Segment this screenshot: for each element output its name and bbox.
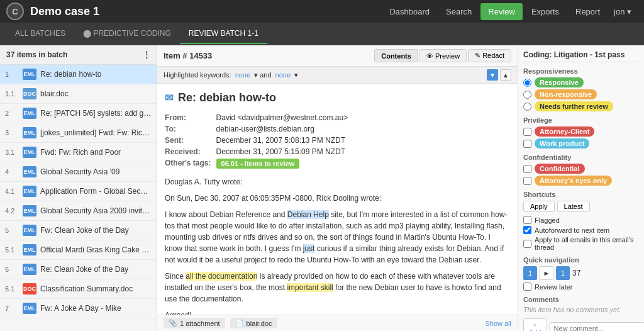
list-item[interactable]: 3 EML [jokes_unlimited] Fwd: Fw: Rich an… xyxy=(0,123,157,143)
add-comment-button[interactable]: + Add xyxy=(523,318,547,331)
confidential-option[interactable]: Confidential xyxy=(523,164,639,174)
item-text: Fw: Clean Joke of the Day xyxy=(40,226,152,235)
sent-value: December 31, 2007 5:08:13 PM NZDT xyxy=(216,135,353,146)
eyes-only-option[interactable]: Attorney's eyes only xyxy=(523,176,639,186)
autoforward-option[interactable]: Autoforward to next item xyxy=(523,226,639,234)
email-body: Douglas A. Tutty wrote: On Sun, Dec 30, … xyxy=(165,176,510,315)
main-layout: 37 items in batch ⋮ 1 EML Re: debian how… xyxy=(0,45,644,331)
list-item[interactable]: 1 EML Re: debian how-to xyxy=(0,65,157,84)
item-number: 3.1 xyxy=(5,149,23,156)
list-item[interactable]: 5 EML Fw: Clean Joke of the Day xyxy=(0,221,157,240)
item-text: Application Form - Global Securit... xyxy=(40,187,152,196)
preview-button[interactable]: 👁 Preview xyxy=(419,49,467,62)
comments-empty: This item has no comments yet. xyxy=(523,306,639,313)
item-number: 5 xyxy=(5,227,23,234)
shortcuts-label: Shortcuts xyxy=(523,191,639,198)
batch-menu-icon[interactable]: ⋮ xyxy=(143,50,150,59)
nav-search[interactable]: Search xyxy=(438,3,479,20)
redact-icon: ✎ xyxy=(475,52,482,59)
responsive-option[interactable]: Responsive xyxy=(523,77,639,87)
nav-current[interactable]: 1 xyxy=(556,266,570,280)
list-item[interactable]: 6 EML Re: Clean Joke of the Day xyxy=(0,260,157,279)
nav-arrow-up[interactable]: ▲ xyxy=(500,69,511,81)
nonresponsive-badge: Non-responsive xyxy=(535,89,597,99)
nonresponsive-option[interactable]: Non-responsive xyxy=(523,89,639,99)
apply-button[interactable]: Apply xyxy=(523,201,555,212)
item-number: 4 xyxy=(5,168,23,176)
contents-button[interactable]: Contents xyxy=(374,49,418,62)
list-item[interactable]: 4.2 EML Global Security Asia 2009 invite… xyxy=(0,201,157,221)
nav-dashboard[interactable]: Dashboard xyxy=(382,3,437,20)
to-value: debian-user@lists.debian.org xyxy=(216,123,353,135)
keywords-label: Highlighted keywords: xyxy=(164,71,231,79)
item-icon: EML xyxy=(23,186,36,197)
tab-review-batch[interactable]: REVIEW BATCH 1-1 xyxy=(180,24,267,44)
attachment-icon: 📎 xyxy=(169,319,177,327)
item-number: 6.1 xyxy=(5,285,23,293)
item-text: Official Mardi Gras King Cake Re... xyxy=(40,245,152,254)
list-item[interactable]: 7 EML Fw: A Joke A Day - Mike xyxy=(0,299,157,318)
attorney-badge: Attorney-Client xyxy=(535,126,594,137)
batch-list: 1 EML Re: debian how-to 1.1 DOC blair.do… xyxy=(0,65,157,331)
item-number: 1 xyxy=(5,70,23,78)
item-icon: EML xyxy=(23,205,36,216)
item-number: 3 xyxy=(5,129,23,137)
nav-arrow-down[interactable]: ▼ xyxy=(487,69,498,81)
keyword-1-link[interactable]: none xyxy=(235,71,250,79)
batch-count: 37 items in batch xyxy=(6,50,67,59)
keyword-2-link[interactable]: none xyxy=(275,71,291,79)
to-label: To: xyxy=(165,123,216,135)
nav-review[interactable]: Review xyxy=(480,3,523,20)
file-icon: 📄 xyxy=(235,319,244,327)
review-later-option[interactable]: Review later xyxy=(523,283,639,291)
item-icon: EML xyxy=(23,69,36,80)
nav-user[interactable]: jon ▾ xyxy=(608,3,638,20)
batch-header: 37 items in batch ⋮ xyxy=(0,45,157,65)
tab-predictive-coding[interactable]: ⬤ PREDICTIVE CODING xyxy=(74,24,180,44)
tab-all-batches[interactable]: ALL BATCHES xyxy=(6,24,74,44)
item-number: 7 xyxy=(5,305,23,312)
nav-arrow[interactable]: ► xyxy=(540,266,553,280)
shortcuts-section: Shortcuts Apply Latest Flagged Autoforwa… xyxy=(523,191,639,251)
sub-nav: ALL BATCHES ⬤ PREDICTIVE CODING REVIEW B… xyxy=(0,23,644,45)
nav-exports[interactable]: Exports xyxy=(524,3,567,20)
attached-file[interactable]: 📄 blair.doc xyxy=(230,318,277,328)
list-item[interactable]: 1.1 DOC blair.doc xyxy=(0,84,157,104)
list-item[interactable]: 6.1 DOC Classification Summary.doc xyxy=(0,279,157,299)
flagged-label: Flagged xyxy=(535,216,560,224)
list-item[interactable]: 4.1 EML Application Form - Global Securi… xyxy=(0,182,157,201)
furtherreview-option[interactable]: Needs further review xyxy=(523,101,639,111)
redact-button[interactable]: ✎ Redact xyxy=(468,49,511,62)
preview-icon: 👁 xyxy=(426,52,435,60)
autoforward-label: Autoforward to next item xyxy=(535,227,609,234)
item-number: 4.1 xyxy=(5,188,23,195)
list-item[interactable]: 3.1 EML Fwd: Fw: Rich and Poor xyxy=(0,143,157,162)
latest-button[interactable]: Latest xyxy=(557,201,590,212)
item-icon: EML xyxy=(23,225,36,236)
comments-section: Comments This item has no comments yet. … xyxy=(523,296,639,331)
item-text: [jokes_unlimited] Fwd: Fw: Rich and ... xyxy=(40,128,152,137)
received-value: December 31, 2007 5:15:09 PM NZDT xyxy=(216,146,353,157)
apply-all-option[interactable]: Apply to all emails in this email's thre… xyxy=(523,236,639,251)
attachment-badge[interactable]: 📎 1 attachment xyxy=(164,318,225,328)
email-icon: ✉ xyxy=(165,92,173,104)
attachment-count: 1 attachment xyxy=(180,320,220,327)
item-icon: DOC xyxy=(23,88,36,99)
nav-first[interactable]: 1 xyxy=(523,266,537,280)
shortcuts-buttons: Apply Latest xyxy=(523,201,639,212)
show-all-button[interactable]: Show all xyxy=(485,320,511,327)
nav-report[interactable]: Report xyxy=(568,3,608,20)
view-buttons: Contents 👁 Preview ✎ Redact xyxy=(374,49,511,62)
flagged-option[interactable]: Flagged xyxy=(523,216,639,224)
work-product-option[interactable]: Work product xyxy=(523,138,639,149)
quick-nav: Quick navigation 1 ► 1 37 Review later xyxy=(523,256,639,291)
list-item[interactable]: 5.1 EML Official Mardi Gras King Cake Re… xyxy=(0,240,157,260)
comment-input[interactable] xyxy=(550,322,644,331)
list-item[interactable]: 4 EML Global Security Asia '09 xyxy=(0,162,157,182)
attorney-client-option[interactable]: Attorney-Client xyxy=(523,126,639,137)
item-text: Global Security Asia 2009 invite.... xyxy=(40,206,152,215)
list-item[interactable]: 2 EML Re: [PATCH 5/6] syslets: add gener… xyxy=(0,104,157,123)
quicknav-label: Quick navigation xyxy=(523,256,639,264)
eyes-badge: Attorney's eyes only xyxy=(535,176,612,186)
nav-arrows: ▼ ▲ xyxy=(487,69,511,81)
